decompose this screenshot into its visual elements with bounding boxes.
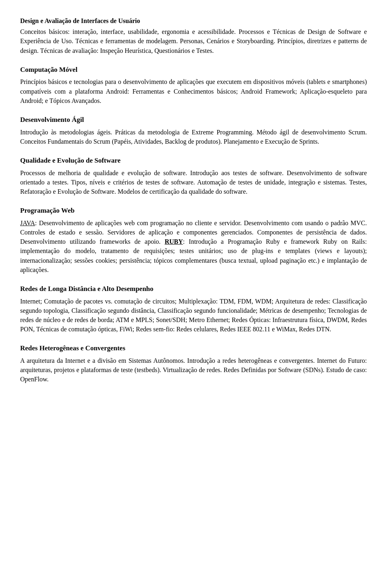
computacao-movel-text: Princípios básicos e tecnologias para o … — [20, 77, 367, 105]
redes-heterogeneas-title: Redes Heterogêneas e Convergentes — [20, 343, 367, 354]
programacao-web-text: JAVA: Desenvolvimento de aplicações web … — [20, 218, 367, 274]
design-avaliacao-title-inline: Design e Avaliação de Interfaces de Usuá… — [20, 17, 140, 24]
design-avaliacao-text: Conceitos básicos: interação, interface,… — [20, 27, 367, 55]
computacao-movel-title: Computação Móvel — [20, 65, 367, 75]
desenvolvimento-agil-title: Desenvolvimento Ágil — [20, 115, 367, 125]
page-content: Design e Avaliação de Interfaces de Usuá… — [20, 16, 367, 384]
section-computacao-movel: Computação Móvel Princípios básicos e te… — [20, 65, 367, 105]
ruby-label: RUBY — [164, 238, 183, 245]
redes-longa-distancia-body: Internet; Comutação de pacotes vs. comut… — [20, 297, 367, 334]
qualidade-evolucao-text: Processos de melhoria de qualidade e evo… — [20, 168, 367, 197]
redes-longa-distancia-title: Redes de Longa Distância e Alto Desempen… — [20, 284, 367, 294]
section-desenvolvimento-agil: Desenvolvimento Ágil Introdução às metod… — [20, 115, 367, 146]
programacao-web-title: Programação Web — [20, 206, 367, 216]
section-programacao-web: Programação Web JAVA: Desenvolvimento de… — [20, 206, 367, 274]
desenvolvimento-agil-body: Introdução às metodologias ágeis. Prátic… — [20, 128, 367, 146]
desenvolvimento-agil-text: Introdução às metodologias ágeis. Prátic… — [20, 128, 367, 146]
redes-longa-distancia-text: Internet; Comutação de pacotes vs. comut… — [20, 297, 367, 334]
redes-heterogeneas-body: A arquitetura da Internet e a divisão em… — [20, 356, 367, 384]
qualidade-evolucao-title: Qualidade e Evolução de Software — [20, 156, 367, 166]
computacao-movel-body: Princípios básicos e tecnologias para o … — [20, 77, 367, 105]
section-redes-heterogeneas: Redes Heterogêneas e Convergentes A arqu… — [20, 343, 367, 384]
programacao-web-body: JAVA: Desenvolvimento de aplicações web … — [20, 218, 367, 274]
design-avaliacao-body: Design e Avaliação de Interfaces de Usuá… — [20, 16, 367, 55]
section-design-avaliacao: Design e Avaliação de Interfaces de Usuá… — [20, 16, 367, 55]
qualidade-evolucao-body: Processos de melhoria de qualidade e evo… — [20, 168, 367, 197]
java-label: JAVA — [20, 220, 35, 226]
redes-heterogeneas-text: A arquitetura da Internet e a divisão em… — [20, 356, 367, 384]
section-redes-longa-distancia: Redes de Longa Distância e Alto Desempen… — [20, 284, 367, 334]
section-qualidade-evolucao: Qualidade e Evolução de Software Process… — [20, 156, 367, 196]
